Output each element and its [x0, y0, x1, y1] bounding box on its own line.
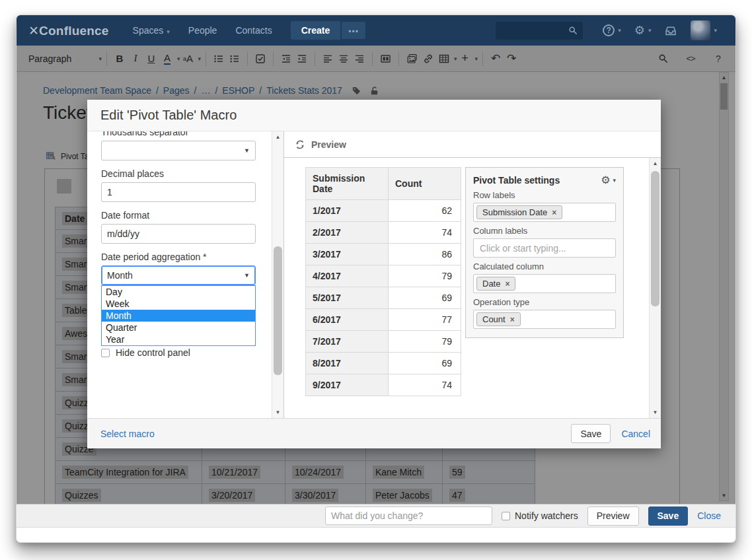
preview-title: Preview: [311, 139, 346, 150]
preview-row: 8/201769: [306, 353, 461, 374]
date-aggregation-options: Day Week Month Quarter Year: [101, 285, 256, 346]
operation-type-label: Operation type: [473, 297, 616, 307]
select-macro-link[interactable]: Select macro: [100, 429, 155, 439]
more-button[interactable]: •••: [342, 22, 365, 39]
option-quarter[interactable]: Quarter: [102, 322, 255, 333]
edit-macro-dialog: Edit 'Pivot Table' Macro Thousands separ…: [87, 100, 661, 448]
scroll-up-icon[interactable]: ▲: [650, 160, 661, 166]
dialog-cancel-link[interactable]: Cancel: [621, 429, 650, 439]
scroll-down-icon[interactable]: ▼: [650, 409, 661, 415]
option-month[interactable]: Month: [102, 310, 255, 322]
token-text: Date: [482, 279, 500, 289]
refresh-icon[interactable]: [295, 139, 305, 150]
option-week[interactable]: Week: [102, 298, 255, 310]
remove-token-icon[interactable]: ×: [552, 208, 556, 217]
editor-save-bar: Notify watchers Preview Save Close: [17, 504, 735, 528]
settings-gear-menu[interactable]: ⚙▾: [601, 174, 616, 186]
avatar: [691, 20, 710, 40]
column-labels-label: Column labels: [473, 226, 616, 236]
hide-control-panel-checkbox[interactable]: [101, 349, 110, 357]
preview-cell: 4/2017: [306, 265, 389, 287]
notify-watchers-label: Notify watchers: [515, 510, 578, 521]
hide-control-panel-label: Hide control panel: [116, 347, 190, 358]
chevron-down-icon: ▾: [167, 28, 170, 35]
pivot-settings-panel: Pivot Table settings ⚙▾ Row labels Submi…: [465, 167, 624, 338]
row-labels-field[interactable]: Submission Date×: [473, 203, 616, 222]
dialog-save-button[interactable]: Save: [571, 424, 611, 443]
preview-cell: 5/2017: [306, 287, 389, 309]
token-text: Count: [482, 314, 506, 324]
scrollbar-thumb[interactable]: [651, 171, 659, 306]
scrollbar-thumb[interactable]: [274, 246, 282, 375]
chevron-down-icon: ▾: [648, 27, 652, 34]
scroll-up-icon[interactable]: ▲: [272, 134, 283, 140]
help-menu[interactable]: ?▾: [603, 24, 621, 36]
preview-button[interactable]: Preview: [587, 507, 639, 526]
preview-cell: 3/2017: [306, 244, 389, 265]
decimal-places-label: Decimal places: [101, 168, 256, 179]
chevron-down-icon: ▼: [244, 147, 250, 154]
dialog-footer: Select macro Save Cancel: [87, 418, 661, 448]
preview-row: 2/201774: [306, 222, 461, 244]
thousands-separator-select[interactable]: ▼: [101, 141, 256, 160]
screenshot-stage: ✕Confluence Spaces▾ People Contacts Crea…: [0, 0, 752, 560]
settings-title: Pivot Table settings: [473, 175, 560, 186]
preview-cell: 7/2017: [306, 331, 389, 353]
preview-cell: 8/2017: [306, 353, 389, 374]
gear-icon: ⚙: [634, 24, 645, 36]
thousands-separator-label: Thousands separator: [101, 131, 256, 137]
date-aggregation-label: Date period aggregation *: [101, 252, 256, 262]
preview-cell: 69: [389, 353, 461, 374]
notify-watchers-option[interactable]: Notify watchers: [502, 510, 578, 521]
save-page-button[interactable]: Save: [648, 507, 689, 526]
app-window: ✕Confluence Spaces▾ People Contacts Crea…: [16, 15, 736, 543]
notify-watchers-checkbox[interactable]: [502, 512, 510, 520]
remove-token-icon[interactable]: ×: [510, 315, 515, 324]
preview-cell: 9/2017: [306, 374, 389, 396]
remove-token-icon[interactable]: ×: [505, 279, 509, 289]
chevron-down-icon: ▼: [244, 272, 250, 279]
hide-control-panel-option[interactable]: Hide control panel: [101, 347, 256, 358]
date-format-input[interactable]: [101, 224, 256, 244]
preview-scrollbar[interactable]: ▲ ▼: [649, 158, 661, 418]
nav-contacts[interactable]: Contacts: [226, 25, 281, 36]
preview-cell: 74: [389, 222, 461, 244]
operation-type-token[interactable]: Count×: [476, 312, 521, 326]
preview-row: 3/201786: [306, 244, 461, 265]
scroll-down-icon[interactable]: ▼: [272, 409, 283, 415]
preview-cell: 79: [389, 265, 461, 287]
preview-body: Submission Date Count 1/201762 2/201774 …: [284, 158, 661, 418]
search-input[interactable]: [496, 22, 583, 40]
tray-icon: [664, 25, 677, 36]
confluence-logo[interactable]: ✕Confluence: [28, 23, 109, 38]
macro-parameters-pane: Thousands separator ▼ Decimal places Dat…: [87, 131, 283, 418]
search-icon: [568, 26, 578, 35]
nav-people[interactable]: People: [179, 25, 227, 36]
notifications-tray[interactable]: [664, 25, 677, 36]
nav-spaces[interactable]: Spaces▾: [124, 25, 179, 36]
create-button[interactable]: Create: [291, 21, 341, 40]
decimal-places-input[interactable]: [101, 182, 256, 202]
parameters-scrollbar[interactable]: ▲ ▼: [272, 131, 283, 418]
operation-type-field[interactable]: Count×: [473, 310, 616, 329]
preview-col-header: Count: [389, 168, 461, 200]
column-labels-field[interactable]: Click or start typing...: [473, 238, 616, 258]
option-year[interactable]: Year: [102, 333, 255, 345]
preview-cell: 62: [389, 200, 461, 222]
preview-header: Preview: [284, 131, 661, 158]
preview-row: 6/201777: [306, 309, 461, 331]
close-link[interactable]: Close: [697, 510, 721, 521]
chevron-down-icon: ▾: [613, 177, 616, 184]
calculated-column-field[interactable]: Date×: [473, 274, 616, 293]
user-menu[interactable]: ▾: [691, 20, 717, 40]
preview-cell: 1/2017: [306, 200, 389, 222]
option-day[interactable]: Day: [102, 286, 255, 298]
change-comment-input[interactable]: [325, 507, 492, 525]
preview-cell: 2/2017: [306, 222, 389, 244]
calculated-column-token[interactable]: Date×: [476, 277, 515, 291]
date-aggregation-value: Month: [107, 270, 133, 281]
date-format-label: Date format: [101, 210, 256, 221]
row-labels-token[interactable]: Submission Date×: [476, 205, 562, 219]
date-aggregation-select[interactable]: Month ▼: [101, 265, 256, 285]
settings-menu[interactable]: ⚙▾: [634, 24, 652, 36]
